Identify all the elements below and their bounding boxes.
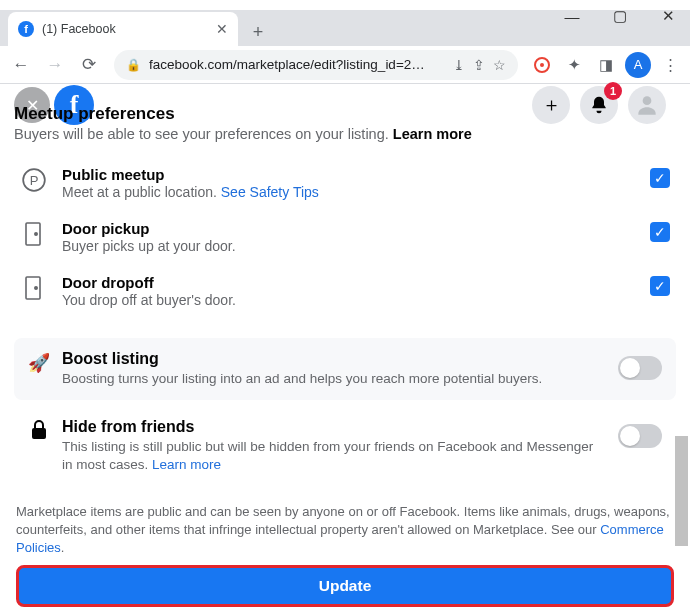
new-tab-button[interactable]: + [244, 18, 272, 46]
address-bar[interactable]: 🔒 facebook.com/marketplace/edit?listing_… [114, 50, 518, 80]
profile-avatar[interactable]: A [624, 51, 652, 79]
bookmark-star-icon[interactable]: ☆ [493, 57, 506, 73]
footer-disclaimer: Marketplace items are public and can be … [16, 503, 674, 558]
window-controls: — ▢ ✕ [558, 6, 682, 26]
hide-from-friends-row[interactable]: Hide from friends This listing is still … [14, 406, 676, 486]
pref-desc: You drop off at buyer's door. [62, 292, 636, 308]
svg-rect-7 [32, 428, 46, 439]
boost-listing-row[interactable]: 🚀 Boost listing Boosting turns your list… [14, 338, 676, 400]
hide-desc: This listing is still public but will be… [62, 438, 606, 474]
extensions-puzzle-icon[interactable]: ✦ [560, 51, 588, 79]
chrome-menu-icon[interactable]: ⋮ [656, 51, 684, 79]
pref-title: Public meetup [62, 166, 636, 183]
door-icon [20, 220, 48, 248]
checkbox-public-meetup[interactable]: ✓ [650, 168, 670, 188]
pref-public-meetup[interactable]: P Public meetup Meet at a public locatio… [14, 156, 676, 210]
forward-button[interactable]: → [40, 50, 70, 80]
sidepanel-icon[interactable]: ◨ [592, 51, 620, 79]
facebook-favicon-icon: f [18, 21, 34, 37]
url-text: facebook.com/marketplace/edit?listing_id… [149, 57, 445, 72]
boost-title: Boost listing [62, 350, 606, 368]
pref-door-dropoff[interactable]: Door dropoff You drop off at buyer's doo… [14, 264, 676, 318]
parking-icon: P [20, 166, 48, 194]
content-area: Meetup preferences Buyers will be able t… [0, 76, 690, 610]
lock-icon: 🔒 [126, 58, 141, 72]
door-icon [20, 274, 48, 302]
browser-tab[interactable]: f (1) Facebook ✕ [8, 12, 238, 46]
svg-point-6 [35, 287, 37, 289]
scrollbar-thumb[interactable] [675, 436, 688, 546]
share-icon[interactable]: ⇪ [473, 57, 485, 73]
svg-text:P: P [30, 173, 39, 188]
hide-title: Hide from friends [62, 418, 606, 436]
checkbox-door-pickup[interactable]: ✓ [650, 222, 670, 242]
update-button[interactable]: Update [16, 565, 674, 607]
reload-button[interactable]: ⟳ [74, 50, 104, 80]
safety-tips-link[interactable]: See Safety Tips [221, 184, 319, 200]
hide-learn-more-link[interactable]: Learn more [152, 457, 221, 472]
hide-toggle[interactable] [618, 424, 662, 448]
window-maximize-icon[interactable]: ▢ [606, 6, 634, 26]
lock-icon [28, 420, 50, 440]
meetup-title: Meetup preferences [14, 104, 676, 124]
extension-circle-icon[interactable] [528, 51, 556, 79]
meetup-learn-more-link[interactable]: Learn more [393, 126, 472, 142]
pref-door-pickup[interactable]: Door pickup Buyer picks up at your door.… [14, 210, 676, 264]
tab-close-icon[interactable]: ✕ [216, 21, 228, 37]
pref-title: Door pickup [62, 220, 636, 237]
pref-title: Door dropoff [62, 274, 636, 291]
window-minimize-icon[interactable]: — [558, 6, 586, 26]
checkbox-door-dropoff[interactable]: ✓ [650, 276, 670, 296]
tab-title: (1) Facebook [42, 22, 208, 36]
svg-point-4 [35, 233, 37, 235]
meetup-subtitle: Buyers will be able to see your preferen… [14, 126, 676, 142]
window-close-icon[interactable]: ✕ [654, 6, 682, 26]
scrollbar[interactable] [674, 76, 689, 610]
back-button[interactable]: ← [6, 50, 36, 80]
pref-desc: Buyer picks up at your door. [62, 238, 636, 254]
boost-toggle[interactable] [618, 356, 662, 380]
rocket-icon: 🚀 [28, 352, 50, 374]
pref-desc: Meet at a public location. See Safety Ti… [62, 184, 636, 200]
boost-desc: Boosting turns your listing into an ad a… [62, 370, 606, 388]
install-app-icon[interactable]: ⤓ [453, 57, 465, 73]
